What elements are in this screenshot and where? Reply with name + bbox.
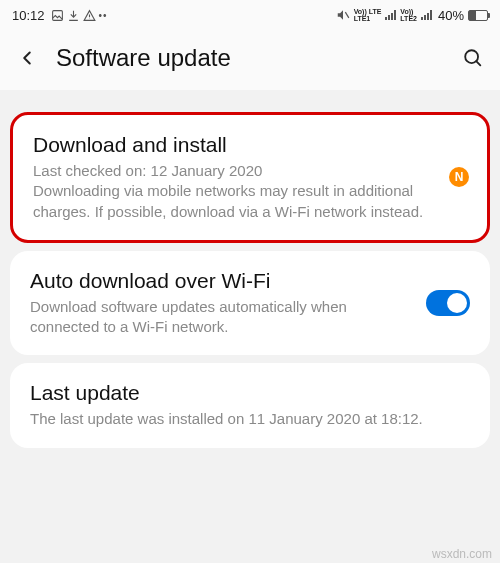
last-update-desc: The last update was installed on 11 Janu… — [30, 409, 470, 429]
auto-download-title: Auto download over Wi-Fi — [30, 269, 412, 293]
search-icon[interactable] — [462, 47, 484, 69]
svg-line-3 — [476, 61, 480, 65]
network-2-label: Vo)) LTE2 — [400, 8, 417, 22]
last-update-card[interactable]: Last update The last update was installe… — [10, 363, 490, 447]
back-icon[interactable] — [16, 47, 38, 69]
new-badge: N — [449, 167, 469, 187]
status-right: Vo)) LTE LTE1 Vo)) LTE2 40% — [336, 8, 488, 23]
more-icon: •• — [99, 10, 108, 21]
last-update-title: Last update — [30, 381, 470, 405]
status-bar: 10:12 •• Vo)) LTE LTE1 Vo)) LTE2 40% — [0, 0, 500, 30]
gallery-icon — [51, 9, 64, 22]
signal-1-icon — [385, 10, 396, 20]
status-notif-icons: •• — [51, 9, 108, 22]
mute-icon — [336, 8, 350, 22]
battery-icon — [468, 10, 488, 21]
app-header: Software update — [0, 30, 500, 90]
download-install-card[interactable]: Download and install Last checked on: 12… — [10, 112, 490, 243]
status-time: 10:12 — [12, 8, 45, 23]
download-icon — [67, 9, 80, 22]
network-1-label: Vo)) LTE LTE1 — [354, 8, 382, 22]
svg-line-1 — [345, 12, 349, 18]
download-install-desc: Last checked on: 12 January 2020 Downloa… — [33, 161, 427, 222]
download-install-title: Download and install — [33, 133, 427, 157]
warning-icon — [83, 9, 96, 22]
battery-percent: 40% — [438, 8, 464, 23]
signal-2-icon — [421, 10, 432, 20]
status-left: 10:12 •• — [12, 8, 108, 23]
auto-download-card: Auto download over Wi-Fi Download softwa… — [10, 251, 490, 356]
auto-download-toggle[interactable] — [426, 290, 470, 316]
svg-rect-0 — [52, 10, 62, 20]
auto-download-desc: Download software updates automatically … — [30, 297, 412, 338]
watermark: wsxdn.com — [432, 547, 492, 561]
page-title: Software update — [56, 44, 444, 72]
